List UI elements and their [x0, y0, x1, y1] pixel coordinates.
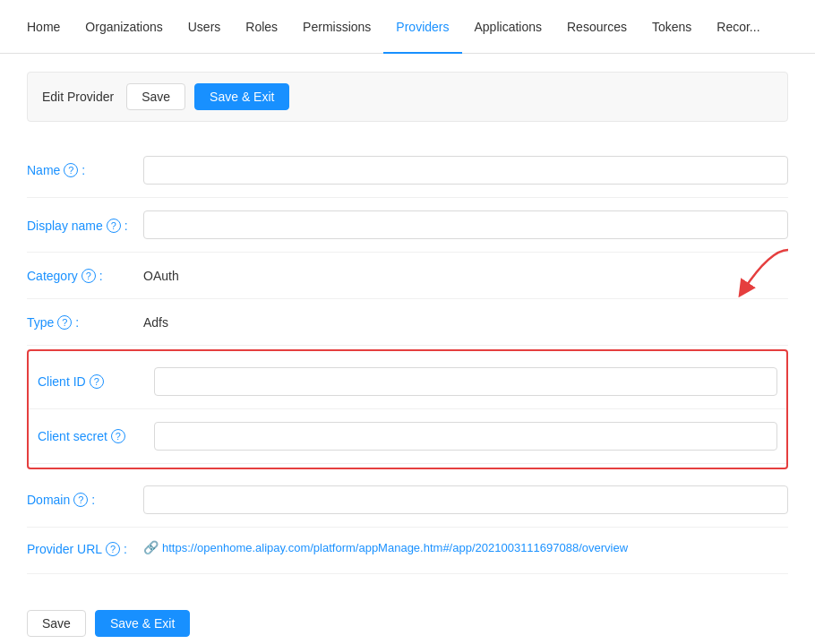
provider-url-label: Provider URL ? :: [27, 540, 143, 556]
bottom-buttons: Save Save & Exit: [27, 596, 788, 637]
display-name-label: Display name ? :: [27, 217, 143, 233]
save-exit-button-top[interactable]: Save & Exit: [194, 83, 289, 110]
nav-roles[interactable]: Roles: [233, 0, 290, 54]
category-row: Category ? : OAuth: [27, 253, 788, 299]
nav-providers[interactable]: Providers: [383, 0, 461, 54]
client-secret-row: Client secret ?: [29, 409, 786, 464]
save-button-bottom[interactable]: Save: [27, 610, 86, 637]
page-content: Edit Provider Save Save & Exit Name ? : …: [0, 54, 815, 644]
type-value: Adfs: [143, 315, 788, 330]
domain-input[interactable]: [143, 485, 788, 514]
name-label: Name ? :: [27, 163, 143, 177]
save-exit-button-bottom[interactable]: Save & Exit: [95, 610, 190, 637]
nav-permissions[interactable]: Permissions: [290, 0, 383, 54]
form-section: Name ? : Display name ? : Category ? : O…: [27, 143, 788, 574]
provider-url-text: https://openhome.alipay.com/platform/app…: [162, 541, 628, 554]
nav-resources[interactable]: Resources: [554, 0, 639, 54]
client-id-input[interactable]: [154, 367, 777, 396]
domain-label: Domain ? :: [27, 493, 143, 507]
nav-home[interactable]: Home: [14, 0, 73, 54]
nav-applications[interactable]: Applications: [462, 0, 555, 54]
category-help-icon[interactable]: ?: [82, 269, 96, 283]
client-secret-help-icon[interactable]: ?: [111, 429, 125, 443]
page-title: Edit Provider: [42, 90, 114, 104]
nav-organizations[interactable]: Organizations: [73, 0, 175, 54]
nav-bar: Home Organizations Users Roles Permissio…: [0, 0, 815, 54]
provider-url-value-container: 🔗 https://openhome.alipay.com/platform/a…: [143, 540, 628, 554]
provider-url-help-icon[interactable]: ?: [106, 542, 120, 556]
client-secret-input[interactable]: [154, 422, 777, 451]
provider-url-row: Provider URL ? : 🔗 https://openhome.alip…: [27, 528, 788, 574]
display-name-help-icon[interactable]: ?: [107, 219, 121, 233]
category-label: Category ? :: [27, 269, 143, 283]
nav-records[interactable]: Recor...: [704, 0, 772, 54]
save-button-top[interactable]: Save: [126, 83, 185, 110]
client-id-row: Client ID ?: [29, 355, 786, 409]
name-input[interactable]: [143, 156, 788, 185]
display-name-input[interactable]: [143, 210, 788, 239]
type-label: Type ? :: [27, 315, 143, 330]
client-secret-label: Client secret ?: [38, 429, 154, 443]
category-value: OAuth: [143, 269, 788, 283]
type-row: Type ? : Adfs: [27, 299, 788, 346]
link-icon: 🔗: [143, 540, 159, 554]
nav-tokens[interactable]: Tokens: [639, 0, 704, 54]
provider-url-link[interactable]: 🔗 https://openhome.alipay.com/platform/a…: [143, 540, 628, 554]
type-help-icon[interactable]: ?: [57, 315, 72, 330]
highlight-section: Client ID ? Client secret ?: [27, 349, 788, 469]
domain-row: Domain ? :: [27, 473, 788, 528]
nav-users[interactable]: Users: [176, 0, 234, 54]
display-name-row: Display name ? :: [27, 198, 788, 253]
name-row: Name ? :: [27, 143, 788, 198]
name-help-icon[interactable]: ?: [64, 163, 78, 177]
client-id-help-icon[interactable]: ?: [90, 374, 104, 389]
client-id-label: Client ID ?: [38, 374, 154, 389]
domain-help-icon[interactable]: ?: [73, 493, 88, 507]
toolbar: Edit Provider Save Save & Exit: [27, 72, 788, 122]
